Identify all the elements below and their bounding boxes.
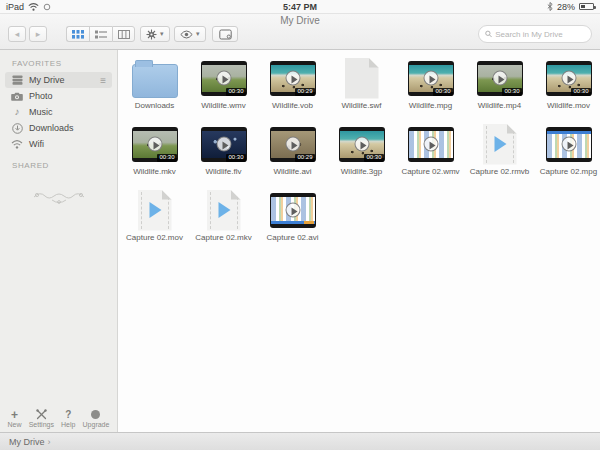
file-name: Wildlife.avi xyxy=(273,167,311,176)
play-icon xyxy=(216,71,231,86)
new-button[interactable]: +New xyxy=(8,409,22,428)
forward-button[interactable]: ▸ xyxy=(29,26,47,42)
search-input[interactable] xyxy=(495,30,585,39)
video-thumbnail: 00:30 xyxy=(339,127,385,162)
file-item[interactable]: 00:30Wildlife.mp4 xyxy=(465,57,534,123)
actions-dropdown-button[interactable]: ▾ xyxy=(140,26,170,42)
file-item[interactable]: 00:30Wildlife.mkv xyxy=(120,123,189,189)
file-name: Wildlife.flv xyxy=(205,167,241,176)
search-box xyxy=(478,25,592,43)
sidebar-item-label: Downloads xyxy=(29,123,74,133)
duration-badge: 00:30 xyxy=(433,88,452,96)
play-icon xyxy=(561,71,576,86)
new-folder-icon xyxy=(219,29,232,40)
bluetooth-icon xyxy=(547,2,553,11)
file-name: Capture 02.mov xyxy=(126,233,183,242)
breadcrumb-bar: My Drive › xyxy=(0,432,600,450)
breadcrumb[interactable]: My Drive xyxy=(9,437,45,447)
sidebar-item-label: Wifi xyxy=(29,139,44,149)
column-view-button[interactable] xyxy=(112,26,135,42)
sidebar-section-header: SHARED xyxy=(0,152,117,174)
sidebar-item-wifi[interactable]: Wifi xyxy=(5,136,112,152)
file-item[interactable]: 00:29Wildlife.vob xyxy=(258,57,327,123)
file-item[interactable]: Capture 02.mov xyxy=(120,189,189,255)
file-item[interactable]: Wildlife.swf xyxy=(327,57,396,123)
sidebar-item-downloads[interactable]: Downloads xyxy=(5,120,112,136)
sidebar-item-my-drive[interactable]: My Drive≡ xyxy=(5,72,112,88)
status-bar: iPad 5:47 PM 28% xyxy=(0,0,600,14)
file-item[interactable]: Capture 02.wmv xyxy=(396,123,465,189)
video-thumbnail: 00:29 xyxy=(270,127,316,162)
tools-icon xyxy=(36,409,47,420)
sidebar-section-header: FAVORITES xyxy=(0,50,117,72)
file-item[interactable]: Capture 02.mkv xyxy=(189,189,258,255)
file-item[interactable]: 00:30Wildlife.mov xyxy=(534,57,600,123)
folder-icon xyxy=(132,64,178,98)
toolbar: My Drive ◂ ▸ xyxy=(0,14,600,50)
eye-icon xyxy=(180,30,193,39)
file-name: Downloads xyxy=(135,101,175,110)
music-icon: ♪ xyxy=(11,107,23,117)
wifi-status-icon xyxy=(28,3,39,11)
file-item[interactable]: 00:30Wildlife.flv xyxy=(189,123,258,189)
chevron-right-icon: › xyxy=(48,437,51,447)
document-icon xyxy=(345,58,379,99)
file-item[interactable]: Capture 02.rmvb xyxy=(465,123,534,189)
file-name: Wildlife.swf xyxy=(341,101,381,110)
footer-button-label: New xyxy=(8,421,22,428)
settings-button[interactable]: Settings xyxy=(29,409,54,428)
file-item[interactable]: 00:30Wildlife.mpg xyxy=(396,57,465,123)
clock: 5:47 PM xyxy=(283,2,317,12)
view-segmented-control xyxy=(66,26,135,42)
video-thumbnail xyxy=(546,127,592,162)
gear-icon xyxy=(146,29,157,40)
file-name: Wildlife.mov xyxy=(547,101,590,110)
play-icon xyxy=(147,137,162,152)
file-item[interactable]: Capture 02.avi xyxy=(258,189,327,255)
sidebar-footer: +NewSettings?HelpUpgrade xyxy=(0,409,117,430)
video-thumbnail: 00:30 xyxy=(132,127,178,162)
video-thumbnail: 00:30 xyxy=(201,61,247,96)
sidebar-item-photo[interactable]: Photo xyxy=(5,88,112,104)
nav-buttons: ◂ ▸ xyxy=(8,26,47,42)
video-thumbnail xyxy=(270,193,316,228)
file-item[interactable]: Capture 02.mpg xyxy=(534,123,600,189)
help-button[interactable]: ?Help xyxy=(61,409,75,428)
file-item[interactable]: 00:30Wildlife.3gp xyxy=(327,123,396,189)
search-icon xyxy=(485,30,492,38)
play-icon xyxy=(285,71,300,86)
play-icon xyxy=(149,202,161,218)
video-thumbnail xyxy=(408,127,454,162)
file-name: Capture 02.mpg xyxy=(540,167,597,176)
play-icon xyxy=(423,137,438,152)
duration-badge: 00:29 xyxy=(295,154,314,162)
play-icon xyxy=(285,203,300,218)
video-thumbnail: 00:30 xyxy=(477,61,523,96)
chevron-down-icon: ▾ xyxy=(196,30,200,38)
file-item[interactable]: 00:29Wildlife.avi xyxy=(258,123,327,189)
upgrade-dot-icon xyxy=(91,409,100,420)
upgrade-button[interactable]: Upgrade xyxy=(83,409,110,428)
play-icon xyxy=(423,71,438,86)
file-name: Wildlife.mpg xyxy=(409,101,453,110)
grid-view-button[interactable] xyxy=(66,26,89,42)
video-file-icon xyxy=(483,124,517,165)
file-name: Wildlife.mkv xyxy=(133,167,176,176)
play-icon xyxy=(216,137,231,152)
file-name: Capture 02.mkv xyxy=(195,233,251,242)
reorder-handle-icon[interactable]: ≡ xyxy=(100,75,106,86)
footer-button-label: Upgrade xyxy=(83,421,110,428)
file-item[interactable]: Downloads xyxy=(120,57,189,123)
duration-badge: 00:30 xyxy=(157,154,176,162)
sidebar-item-music[interactable]: ♪Music xyxy=(5,104,112,120)
visibility-dropdown-button[interactable]: ▾ xyxy=(174,26,206,42)
file-item[interactable]: 00:30Wildlife.wmv xyxy=(189,57,258,123)
new-folder-button[interactable] xyxy=(212,26,238,42)
file-grid: Downloads00:30Wildlife.wmv00:29Wildlife.… xyxy=(119,50,600,255)
sidebar-item-label: My Drive xyxy=(29,75,65,85)
sidebar: FAVORITESMy Drive≡Photo♪MusicDownloadsWi… xyxy=(0,50,118,432)
list-view-button[interactable] xyxy=(89,26,112,42)
back-button[interactable]: ◂ xyxy=(8,26,26,42)
battery-icon xyxy=(579,3,594,10)
play-icon xyxy=(285,137,300,152)
